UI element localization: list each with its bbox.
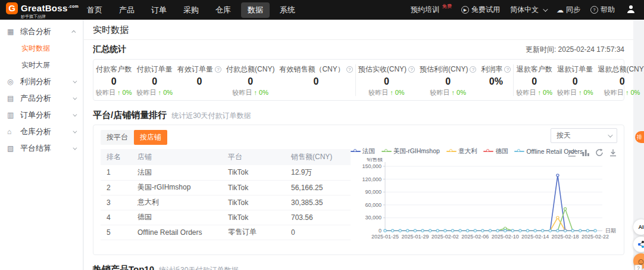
info-icon[interactable]: ? — [470, 66, 476, 73]
stat-label: 利润率? — [481, 64, 511, 75]
store-ranking-table: 排名店铺平台销售额(CNY) 1法国TikTok12.9万2美国-rGIHmsh… — [101, 149, 351, 240]
legend-label: 德国 — [495, 147, 508, 156]
sync-button[interactable]: ☁ 同步 — [557, 5, 580, 15]
svg-text:2025-02-18: 2025-02-18 — [552, 234, 579, 240]
data-point — [459, 229, 461, 232]
legend-marker-icon — [483, 149, 493, 154]
question-circle-icon: ? — [590, 6, 598, 14]
table-cell: 703.56 — [285, 210, 351, 225]
ai-assistant-button[interactable]: AI — [633, 219, 644, 235]
stat-compare: 较昨日 ↑ 0% — [598, 88, 644, 96]
svg-text:0: 0 — [379, 228, 382, 234]
legend-marker-icon — [514, 149, 524, 154]
nav-item[interactable]: 产品 — [112, 2, 141, 18]
stat-compare: 较昨日 ↑ 0% — [516, 88, 552, 96]
refresh-icon[interactable] — [595, 148, 604, 157]
legend-marker-icon — [382, 149, 392, 154]
free-trial-link[interactable]: ▶ 免费试用 — [461, 5, 500, 15]
brand-tagline: 妙手旗下品牌 — [21, 14, 79, 20]
table-cell: TikTok — [222, 180, 285, 195]
column-header: 店铺 — [132, 149, 222, 165]
column-header: 销售额(CNY) — [285, 149, 351, 165]
legend-label: 美国-rGIHmshop — [393, 147, 440, 156]
stat-card: 预估利润(CNY)?0较昨日 ↑ 0% — [417, 64, 479, 96]
legend-item[interactable]: 德国 — [483, 147, 508, 156]
legend-item[interactable]: 美国-rGIHmshop — [382, 147, 440, 156]
sidebar-item[interactable]: ▦综合分析 — [0, 23, 83, 40]
stat-label: 退款订单量 — [557, 64, 593, 75]
series-line — [385, 175, 595, 231]
settlement-icon: ▧ — [7, 144, 17, 153]
nav-item[interactable]: 系统 — [273, 2, 302, 18]
table-row: 2美国-rGIHmshopTikTok56,166.25 — [101, 180, 351, 195]
stat-value: 0 — [279, 76, 352, 87]
top-navbar: G GreatBoss.com 妙手旗下品牌 首页产品订单采购仓库数据系统 预约… — [0, 0, 644, 20]
column-header: 平台 — [222, 149, 285, 165]
table-cell: 30,385.35 — [285, 195, 351, 210]
nav-item[interactable]: 采购 — [177, 2, 205, 18]
chevron-down-icon — [73, 129, 77, 133]
data-point — [444, 229, 446, 232]
sidebar-item-label: 综合分析 — [20, 26, 51, 37]
data-point — [594, 229, 596, 232]
line-chart-icon[interactable] — [568, 148, 576, 157]
info-icon[interactable]: ? — [504, 66, 511, 73]
data-point — [519, 229, 521, 232]
download-icon[interactable] — [609, 148, 617, 157]
stat-compare — [279, 88, 352, 96]
nav-item[interactable]: 首页 — [80, 2, 109, 18]
product-analysis-icon: ▤ — [7, 94, 17, 103]
tab-by-store[interactable]: 按店铺 — [134, 130, 167, 145]
bar-chart-icon[interactable] — [582, 148, 590, 157]
svg-text:2025-02-14: 2025-02-14 — [521, 234, 549, 240]
plugin-network-button[interactable] — [633, 237, 644, 252]
brand-icon: G — [6, 2, 18, 14]
ranking-section-subtitle: 统计近30天付款订单数据 — [171, 111, 251, 121]
summary-section-title: 汇总统计 — [93, 44, 126, 55]
nav-item[interactable]: 订单 — [145, 2, 173, 18]
tab-by-platform[interactable]: 按平台 — [101, 130, 134, 145]
sidebar-subitem[interactable]: 实时大屏 — [0, 57, 83, 73]
stat-label: 预估实收(CNY)? — [358, 64, 415, 75]
ranking-drawer-handle[interactable]: 排 — [635, 131, 644, 143]
sidebar-item[interactable]: ▤产品分析 — [0, 90, 83, 107]
table-cell: 法国 — [132, 165, 222, 180]
data-point — [467, 229, 469, 232]
stat-value: 0 — [516, 76, 552, 87]
svg-text:120,000: 120,000 — [362, 176, 382, 182]
nav-item[interactable]: 数据 — [241, 2, 270, 18]
sidebar-subitem[interactable]: 实时数据 — [0, 40, 83, 57]
brand-logo[interactable]: G GreatBoss.com 妙手旗下品牌 — [0, 0, 80, 20]
header-right: 预约培训免费 ▶ 免费试用 简体中文 ☁ 同步 ? 帮助 — [411, 4, 644, 15]
chevron-down-icon — [608, 132, 612, 137]
info-icon[interactable]: ? — [215, 66, 221, 73]
data-point — [504, 229, 507, 232]
hot-products-section-subtitle: 统计近30天付款订单数据 — [159, 265, 238, 270]
granularity-select[interactable]: 按天 — [551, 128, 617, 143]
sidebar-item[interactable]: ◎利润分析 — [0, 73, 83, 90]
info-icon[interactable]: ? — [408, 66, 415, 73]
data-point — [407, 229, 409, 232]
nav-item[interactable]: 仓库 — [209, 2, 237, 18]
sidebar-item[interactable]: ⌂仓库分析 — [0, 123, 83, 140]
table-cell: 3 — [101, 195, 132, 210]
help-widget-button[interactable]: ? — [634, 265, 642, 270]
training-link[interactable]: 预约培训免费 — [411, 5, 451, 15]
sidebar: ▦综合分析实时数据实时大屏◎利润分析▤产品分析▥订单分析⌂仓库分析▧平台结算 — [0, 20, 83, 270]
data-point — [399, 229, 401, 232]
sidebar-item[interactable]: ▥订单分析 — [0, 107, 83, 123]
warehouse-analysis-icon: ⌂ — [7, 128, 17, 136]
help-link[interactable]: ? 帮助 — [590, 5, 615, 15]
table-cell: TikTok — [222, 165, 285, 180]
stat-label: 退款总额(CNY) — [598, 64, 644, 75]
stat-label: 付款订单量 — [137, 64, 173, 75]
language-select[interactable]: 简体中文 — [510, 5, 546, 15]
info-icon[interactable]: ? — [346, 66, 353, 73]
user-avatar-icon[interactable] — [626, 4, 636, 15]
data-point — [392, 229, 394, 232]
svg-text:90,000: 90,000 — [365, 189, 382, 195]
legend-item[interactable]: 意大利 — [446, 147, 477, 156]
svg-text:2025-02-02: 2025-02-02 — [432, 234, 459, 240]
legend-item[interactable]: 法国 — [351, 147, 375, 156]
sidebar-item[interactable]: ▧平台结算 — [0, 140, 83, 157]
